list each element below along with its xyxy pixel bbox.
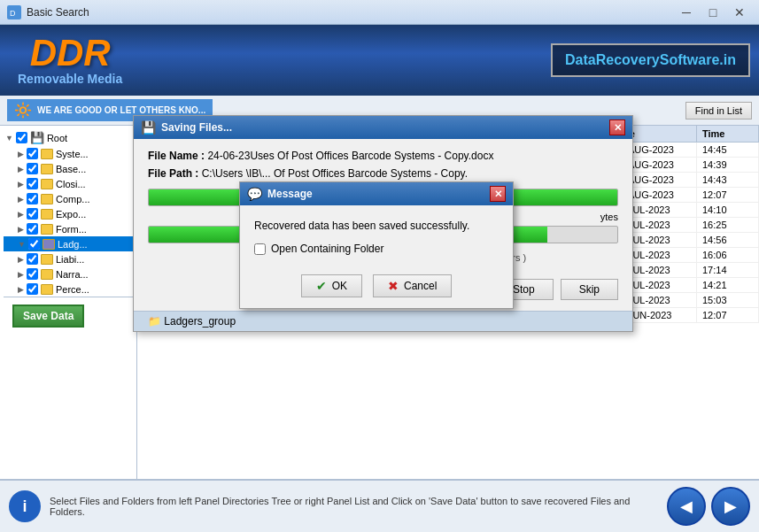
saving-icon: 💾 [141,120,156,135]
message-dialog-titlebar: 💬 Message ✕ [240,182,513,205]
ok-icon: ✔ [316,279,327,293]
open-folder-checkbox-row: Open Containing Folder [254,243,499,255]
file-name-field: File Name : 24-06-23Uses Of Post Offices… [148,150,618,162]
file-path-field: File Path : C:\Users \IB\... Of Post Off… [148,167,618,180]
ok-label: OK [332,280,347,292]
file-path-value: C:\Users \IB\... Of Post Offices Barcode… [202,167,468,180]
saving-dialog-title: Saving Files... [161,121,232,134]
cancel-label: Cancel [404,280,437,292]
ok-button[interactable]: ✔ OK [301,274,362,297]
message-dialog-title: Message [267,188,313,200]
message-dialog-close[interactable]: ✕ [490,186,506,202]
open-folder-label: Open Containing Folder [271,243,383,255]
message-dialog-buttons: ✔ OK ✖ Cancel [240,274,513,308]
message-content: Recovered data has been saved successful… [240,205,513,274]
cancel-icon: ✖ [388,279,399,293]
file-name-label: File Name : [148,150,205,162]
skip-button[interactable]: Skip [561,279,618,300]
message-icon: 💬 [247,187,262,201]
saving-dialog-close[interactable]: ✕ [609,120,625,135]
folder-icon-small: 📁 [148,315,161,328]
file-path-label: File Path : [148,167,198,180]
open-folder-checkbox[interactable] [254,243,266,255]
message-dialog: 💬 Message ✕ Recovered data has been save… [239,181,514,309]
saving-dialog-titlebar: 💾 Saving Files... ✕ [134,116,632,139]
cancel-button[interactable]: ✖ Cancel [373,274,452,297]
file-name-value: 24-06-23Uses Of Post Offices Barcode Sys… [207,150,493,162]
folder-name: Ladgers_group [164,315,236,328]
folder-name-bar: 📁 Ladgers_group [134,311,632,331]
dialog-overlay: 💾 Saving Files... ✕ File Name : 24-06-23… [0,0,759,532]
message-text: Recovered data has been saved successful… [254,220,499,232]
